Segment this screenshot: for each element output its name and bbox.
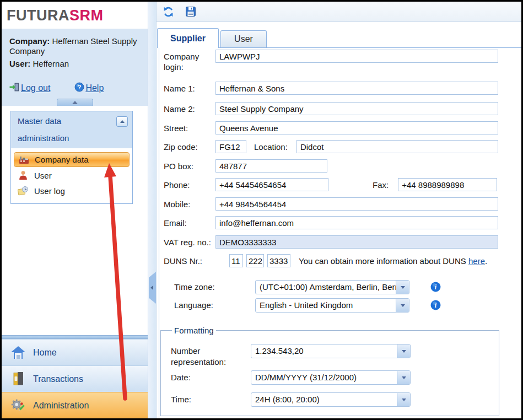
nav-item-home[interactable]: Home — [2, 339, 148, 365]
menu-item-user[interactable]: User — [14, 168, 130, 182]
date-format-dropdown[interactable]: DD/MM/YYYY (31/12/2000) — [251, 370, 411, 385]
chevron-down-icon — [402, 376, 406, 379]
help-link[interactable]: ? Help — [74, 82, 104, 94]
tab-user[interactable]: User — [220, 30, 267, 47]
menu-item-label: User log — [34, 186, 65, 196]
timezone-value: (UTC+01:00) Amsterdam, Berlin, Bern — [256, 281, 396, 294]
logo: FUTURASRM — [2, 2, 148, 29]
form-row-pobox: PO box: — [159, 159, 521, 173]
field-label: DUNS Nr.: — [159, 254, 215, 266]
menu-item-label: Company data — [35, 155, 89, 164]
transactions-icon — [10, 371, 26, 387]
user-value: Heffernan — [33, 59, 69, 68]
app-window: FUTURASRM Company: Heffernan Steel Suppl… — [0, 0, 523, 420]
time-format-dropdown[interactable]: 24H (8:00, 20:00) — [251, 392, 411, 407]
nav-item-transactions[interactable]: Transactions — [2, 365, 148, 392]
name2-input[interactable] — [215, 102, 498, 115]
number-representation-dropdown[interactable]: 1.234.543,20 — [251, 344, 411, 358]
company-login-input[interactable] — [215, 50, 498, 63]
info-panel-collapse-handle[interactable] — [57, 99, 93, 106]
logout-label: Log out — [21, 83, 50, 93]
form-row-name1: Name 1: — [159, 82, 521, 95]
date-format-value: DD/MM/YYYY (31/12/2000) — [251, 371, 397, 384]
form-row-zip-location: Zip code: Location: — [159, 140, 521, 153]
master-data-menu: Master data administration — [10, 111, 133, 204]
nav-collapse-bar[interactable] — [2, 335, 148, 339]
logout-link[interactable]: Log out — [9, 82, 50, 94]
formatting-legend: Formatting — [172, 326, 216, 335]
language-dropdown[interactable]: English - United Kingdom — [255, 298, 409, 313]
menu-collapse-button[interactable] — [116, 116, 128, 127]
name1-input[interactable] — [215, 82, 498, 95]
vat-input — [215, 235, 498, 249]
location-input[interactable] — [296, 140, 498, 153]
form-row-name2: Name 2: — [159, 102, 521, 115]
sidebar: FUTURASRM Company: Heffernan Steel Suppl… — [2, 2, 148, 418]
toolbar — [157, 2, 521, 22]
sidebar-body: Master data administration — [2, 106, 148, 335]
form-row-mobile: Mobile: — [159, 197, 521, 211]
mobile-input[interactable] — [215, 197, 498, 211]
refresh-button[interactable] — [161, 5, 175, 18]
street-input[interactable] — [215, 121, 498, 134]
nav-item-administration[interactable]: Administration — [2, 392, 148, 418]
timezone-dropdown[interactable]: (UTC+01:00) Amsterdam, Berlin, Bern — [255, 280, 409, 294]
dropdown-arrow-button[interactable] — [397, 393, 410, 406]
company-data-icon — [18, 154, 29, 165]
chevron-left-icon — [150, 286, 153, 290]
duns-text-before: You can obtain more information about DU… — [299, 256, 468, 266]
duns-part3-input[interactable] — [267, 254, 290, 267]
duns-here-link[interactable]: here — [468, 256, 485, 266]
dropdown-arrow-button[interactable] — [397, 344, 410, 358]
dropdown-arrow-button[interactable] — [396, 299, 409, 312]
field-label: Language: — [159, 298, 255, 310]
number-representation-value: 1.234.543,20 — [251, 344, 397, 358]
form-row-company-login: Company login: — [159, 50, 521, 82]
dropdown-arrow-button[interactable] — [396, 281, 409, 294]
form-row-street: Street: — [159, 121, 521, 134]
menu-item-company-data[interactable]: Company data — [14, 152, 130, 167]
time-format-value: 24H (8:00, 20:00) — [251, 393, 397, 406]
menu-item-user-log[interactable]: User log — [14, 184, 130, 198]
main-area: Supplier User Company login: Name 1: Nam… — [157, 2, 521, 418]
chevron-down-icon — [402, 399, 406, 401]
dropdown-arrow-button[interactable] — [397, 371, 410, 384]
brand-accent: SRM — [69, 7, 104, 24]
bottom-navigation: Home Transactions — [2, 335, 148, 418]
field-label: Zip code: — [159, 140, 215, 152]
menu-title-line2: administration — [18, 134, 128, 143]
field-label: Name 1: — [159, 82, 215, 94]
menu-header: Master data administration — [11, 111, 132, 148]
logout-icon — [9, 82, 20, 94]
sidebar-splitter[interactable] — [148, 2, 157, 418]
splitter-collapse-handle[interactable] — [149, 272, 156, 304]
field-label: VAT reg. no.: — [159, 235, 215, 247]
email-input[interactable] — [215, 216, 498, 229]
fax-input[interactable] — [398, 178, 497, 191]
field-label: Phone: — [159, 178, 215, 190]
nav-item-label: Home — [33, 348, 57, 358]
phone-input[interactable] — [215, 178, 328, 191]
user-icon — [18, 170, 29, 181]
form-row-vat: VAT reg. no.: — [159, 235, 521, 249]
formatting-fieldset: Formatting Number representation: 1.234.… — [160, 326, 499, 416]
duns-part2-input[interactable] — [246, 254, 264, 267]
field-label: Email: — [159, 216, 215, 228]
help-label: Help — [85, 83, 104, 93]
field-label: Date: — [171, 370, 251, 383]
company-label: Company: — [9, 36, 50, 46]
company-info: Company: Heffernan Steel Supply Company — [9, 36, 140, 56]
pobox-input[interactable] — [215, 159, 327, 173]
home-icon — [10, 345, 26, 360]
save-button[interactable] — [184, 5, 197, 18]
tab-supplier[interactable]: Supplier — [157, 28, 219, 48]
user-label: User: — [9, 59, 30, 68]
language-info-icon[interactable]: i — [430, 300, 441, 313]
duns-part1-input[interactable] — [229, 254, 243, 267]
tab-label: Supplier — [170, 34, 206, 44]
timezone-info-icon[interactable]: i — [430, 282, 441, 294]
field-label: PO box: — [159, 159, 215, 171]
duns-info-text: You can obtain more information about DU… — [299, 256, 487, 266]
language-value: English - United Kingdom — [256, 299, 396, 312]
zip-input[interactable] — [215, 140, 246, 153]
